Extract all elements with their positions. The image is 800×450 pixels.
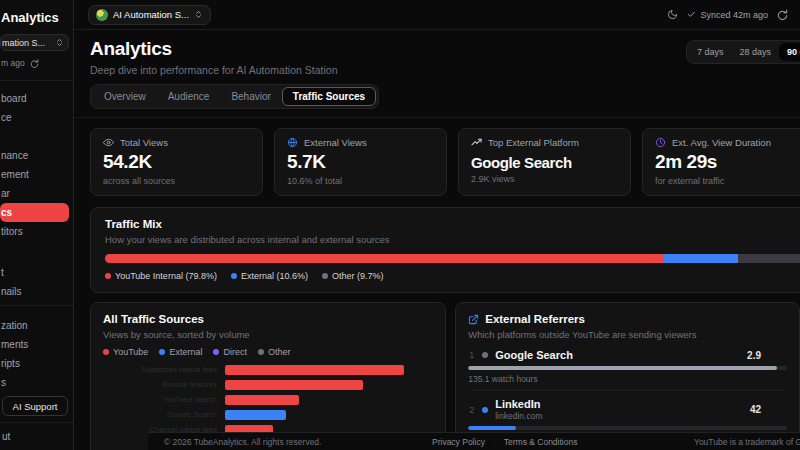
sidebar-channel-select[interactable]: mation S...: [0, 34, 69, 51]
footer-link-terms-conditions[interactable]: Terms & Conditions: [504, 437, 578, 447]
mix-segment-external: [664, 254, 738, 263]
referrer-row-header: 2LinkedInlinkedin.com42: [468, 398, 787, 421]
sidebar-item-1[interactable]: ce: [0, 108, 73, 127]
mix-legend-item-0: YouTube Internal (79.8%): [105, 271, 217, 281]
refresh-icon[interactable]: [777, 9, 788, 20]
sidebar-item-12[interactable]: ripts: [0, 354, 73, 373]
stat-value: 2m 29s: [655, 151, 800, 173]
sidebar-item-9[interactable]: nails: [0, 282, 73, 301]
stat-card-header: Top External Platform: [471, 137, 618, 148]
channel-name: AI Automation S...: [113, 9, 189, 20]
external-referrers-panel: External Referrers Which platforms outsi…: [455, 302, 800, 450]
referrer-views-value: 42: [750, 404, 787, 415]
range-7-days[interactable]: 7 days: [689, 43, 732, 61]
source-bar[interactable]: [225, 410, 286, 420]
range-90-days[interactable]: 90 days: [779, 43, 800, 61]
date-range-selector: 7 days28 days90 days1 year: [686, 40, 800, 64]
stat-card-1: External Views5.7K10.6% of total: [274, 128, 447, 196]
sync-status: Synced 42m ago: [687, 10, 768, 20]
mix-legend-label: Other (9.7%): [332, 271, 384, 281]
stat-value: 54.2K: [103, 151, 250, 173]
source-row-0: Suggested videos feed: [103, 362, 433, 377]
stat-sub-label: for external traffic: [655, 176, 800, 186]
footer-disclaimer: YouTube is a trademark of Google LLC. No…: [694, 437, 800, 447]
legend-dot: [322, 273, 328, 279]
sync-status-label: Synced 42m ago: [700, 10, 768, 20]
external-link-icon: [468, 314, 479, 325]
referrer-name-block: LinkedInlinkedin.com: [495, 398, 542, 421]
globe-icon: [287, 137, 298, 148]
sidebar-item-3[interactable]: nance: [0, 146, 73, 165]
sidebar-item-11[interactable]: ments: [0, 335, 73, 354]
stat-card-header: Total Views: [103, 137, 250, 148]
sources-legend-item-1: External: [159, 347, 202, 357]
source-row-1: Browse features: [103, 377, 433, 392]
referrer-bar-fill: [468, 426, 516, 430]
tab-audience[interactable]: Audience: [157, 87, 221, 106]
ai-support-button[interactable]: AI Support: [2, 396, 68, 416]
source-bar[interactable]: [225, 380, 363, 390]
sidebar-channel-label: mation S...: [2, 38, 45, 48]
source-bar[interactable]: [225, 395, 299, 405]
channel-selector[interactable]: AI Automation S...: [88, 5, 211, 25]
refresh-icon[interactable]: [30, 59, 39, 68]
sources-chart-legend: YouTubeExternalDirectOther: [103, 347, 433, 357]
sources-legend-item-3: Other: [258, 347, 291, 357]
referrer-bar-track: [468, 366, 787, 370]
tab-behavior[interactable]: Behavior: [220, 87, 281, 106]
referrer-rank: 2: [468, 405, 475, 415]
legend-dot: [213, 349, 219, 355]
sidebar-item-8[interactable]: t: [0, 263, 73, 282]
tab-overview[interactable]: Overview: [93, 87, 157, 106]
sidebar-section-divider: [0, 305, 73, 306]
range-28-days[interactable]: 28 days: [731, 43, 779, 61]
chevrons-up-down-icon: [55, 38, 64, 47]
sidebar-item-5[interactable]: ar: [0, 184, 73, 203]
stat-card-header: External Views: [287, 137, 434, 148]
legend-dot: [258, 349, 264, 355]
stat-card-header: Ext. Avg. View Duration: [655, 137, 800, 148]
external-referrers-subtitle: Which platforms outside YouTube are send…: [468, 329, 787, 340]
page-subtitle: Deep dive into performance for AI Automa…: [90, 64, 337, 76]
sidebar-item-6[interactable]: cs: [0, 203, 69, 222]
mix-legend-label: YouTube Internal (79.8%): [115, 271, 217, 281]
analytics-tabs: OverviewAudienceBehaviorTraffic Sources: [90, 84, 379, 109]
referrer-row-header: 1Google Search2.9: [468, 349, 787, 361]
sidebar-item-bottom[interactable]: ut: [1, 427, 73, 446]
source-row-2: YouTube search: [103, 392, 433, 407]
stat-value: Google Search: [471, 154, 618, 171]
source-bar[interactable]: [225, 365, 404, 375]
source-label: Google Search: [103, 411, 225, 419]
mix-legend-item-1: External (10.6%): [231, 271, 308, 281]
page-content: Analytics Deep dive into performance for…: [74, 30, 800, 450]
referrer-row-0[interactable]: 1Google Search2.9135.1 watch hours: [468, 342, 787, 391]
referrer-name-block: Google Search: [495, 349, 573, 361]
traffic-mix-stacked-bar: [105, 254, 800, 263]
referrer-domain: linkedin.com: [495, 411, 542, 421]
tab-traffic-sources[interactable]: Traffic Sources: [282, 87, 376, 106]
sidebar-item-0[interactable]: board: [0, 89, 73, 108]
referrer-views-value: 2.9: [747, 350, 787, 361]
referrer-bar-track: [468, 426, 787, 430]
page-title: Analytics: [90, 38, 337, 60]
app-viewport: Analytics mation S... m ago boardcenance…: [0, 0, 800, 450]
sources-legend-label: External: [169, 347, 202, 357]
sidebar: Analytics mation S... m ago boardcenance…: [0, 0, 74, 450]
sidebar-item-7[interactable]: titors: [0, 222, 73, 241]
legend-dot: [105, 273, 111, 279]
sidebar-item-2[interactable]: [0, 127, 73, 146]
sidebar-item-13[interactable]: s: [0, 373, 73, 392]
sidebar-sync-label: m ago: [1, 58, 25, 68]
sidebar-item-4[interactable]: ement: [0, 165, 73, 184]
footer-links: Privacy Policy·Terms & Conditions: [432, 437, 577, 447]
sources-legend-item-0: YouTube: [103, 347, 148, 357]
stat-value: 5.7K: [287, 151, 434, 173]
check-icon: [687, 10, 696, 19]
mix-legend-item-2: Other (9.7%): [322, 271, 384, 281]
footer-link-privacy-policy[interactable]: Privacy Policy: [432, 437, 485, 447]
external-referrers-title: External Referrers: [485, 313, 585, 325]
sidebar-sync-status: m ago: [0, 56, 73, 76]
sidebar-item-10[interactable]: zation: [0, 316, 73, 335]
moon-icon[interactable]: [667, 9, 678, 20]
source-label: Suggested videos feed: [103, 366, 225, 374]
